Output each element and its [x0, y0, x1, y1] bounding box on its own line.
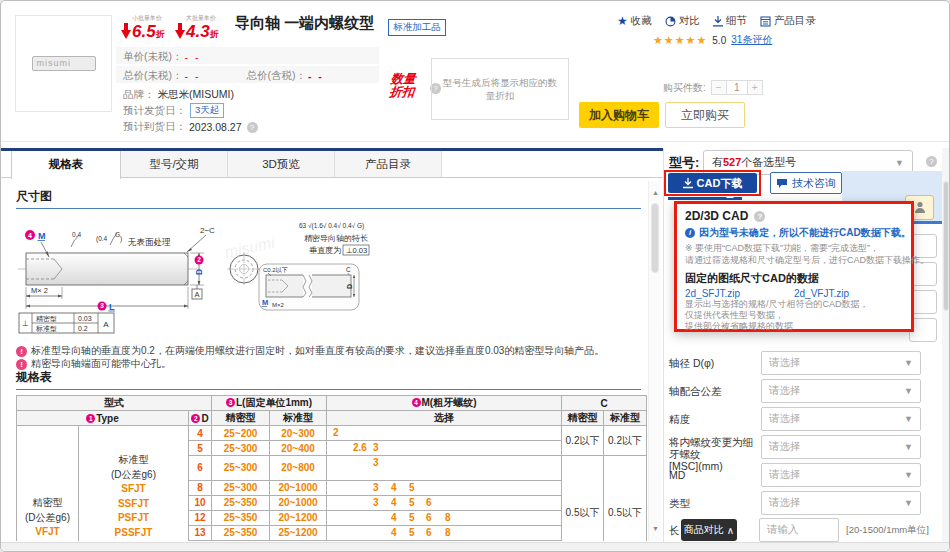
l-standard-cell: 20~300	[270, 426, 327, 441]
form-select-5[interactable]: 请选择▼	[761, 491, 921, 515]
rating-row: ★★★★★ 5.0 31条评价	[653, 33, 772, 47]
mx2-dim: M× 2	[31, 286, 48, 295]
l-standard-cell: 20~1000	[270, 495, 327, 510]
spec-table-head: 型式3L(固定单位1mm)4M(粗牙螺纹)C1Type2D精密型标准型选择精密型…	[17, 396, 647, 426]
left-panel-scrollbar[interactable]: ▲ ▼	[648, 181, 661, 541]
tab-3[interactable]: 产品目录	[335, 151, 442, 177]
quantity-discount-stamp: 数量折扣	[389, 73, 417, 99]
chevron-down-icon: ▼	[895, 158, 904, 168]
action-compare[interactable]: 对比	[665, 14, 700, 28]
dimension-section-title: 尺寸图	[16, 188, 52, 205]
discount-arrow-icon	[175, 23, 185, 41]
brand-row: 品牌：米思米(MISUMI)	[123, 88, 234, 102]
bottom-strip	[1, 542, 950, 552]
popup-bottom-note: 仅提供代表性型号数据，	[685, 310, 903, 321]
total-tax-value: - -	[308, 70, 324, 82]
help-icon[interactable]: ?	[754, 211, 765, 222]
feature-line2: 垂直度为	[309, 246, 341, 255]
chevron-down-icon: ▼	[904, 414, 913, 424]
qty-minus-button[interactable]: −	[711, 80, 727, 95]
l-label: L	[109, 302, 115, 312]
popup-note-1: ※ 要使用“CAD数据下载”功能，需要“完成选型”，	[685, 243, 903, 255]
tab-0[interactable]: 规格表	[11, 151, 121, 179]
l-precision-cell: 25~300	[212, 480, 270, 495]
help-icon[interactable]: ?	[926, 156, 937, 167]
action-detail[interactable]: 细节	[713, 14, 747, 28]
detail-c-label: C	[346, 266, 351, 273]
cad-zip-link[interactable]: 2d_VFJT.zip	[794, 288, 903, 299]
svg-text:精密型: 精密型	[36, 315, 57, 323]
form-label-3: 将内螺纹变更为细牙螺纹[MSC](mm)	[669, 436, 761, 472]
form-label-2: 精度	[669, 413, 761, 425]
popup-note-2: 请通过筛选规格和尺寸确定型号后，进行CAD数据下载操作。	[685, 255, 903, 267]
form-select-2[interactable]: 请选择▼	[761, 407, 921, 431]
l-standard-cell: 25~1200	[270, 525, 327, 540]
quote-hint-box: 型号生成后将显示相应的数量折扣	[431, 58, 569, 120]
popup-info-row: i 因为型号未确定，所以不能进行CAD数据下载。	[685, 226, 903, 240]
m-thread-cell: 3	[327, 456, 562, 481]
buy-now-button[interactable]: 立即购买	[665, 102, 745, 128]
m-thread-cell: 2.63	[327, 441, 562, 456]
reviews-link[interactable]: 31条评价	[731, 33, 772, 47]
mark-3: 3	[100, 302, 104, 309]
form-select-0[interactable]: 请选择▼	[761, 351, 921, 375]
qty-value[interactable]: 1	[727, 80, 747, 95]
action-favorite[interactable]: ★收藏	[617, 14, 652, 28]
l-precision-cell: 25~350	[212, 525, 270, 540]
type-group-cell: 精密型(D公差g6)VFJTVSFJT	[17, 426, 79, 542]
scrollbar-thumb[interactable]	[943, 181, 949, 311]
length-input[interactable]: 请输入	[759, 518, 839, 542]
roughness-1: 0.4	[72, 231, 81, 238]
chat-icon	[776, 178, 788, 189]
d-cell: 6	[189, 456, 212, 481]
l-standard-cell: 20~800	[270, 456, 327, 481]
panel-divider	[663, 148, 664, 542]
l-precision-cell: 25~200	[212, 426, 270, 441]
standard-product-badge: 标准加工品	[388, 19, 446, 36]
detail-c02-label: C0.2以下	[263, 267, 288, 273]
watermark: misumi	[37, 58, 72, 68]
col-l-header: 3L(固定单位1mm)	[212, 396, 327, 411]
product-thumbnail[interactable]: misumi	[15, 15, 112, 112]
m-thread-cell: 4568	[327, 525, 562, 540]
scroll-up-arrow[interactable]: ▲	[652, 189, 659, 196]
form-label-0: 轴径 D(φ)	[669, 357, 761, 369]
l-standard-cell: 20~1000	[270, 480, 327, 495]
cad-zip-link[interactable]: 2d_SFJT.zip	[685, 288, 794, 299]
spec-table-wrap: 型式3L(固定单位1mm)4M(粗牙螺纹)C1Type2D精密型标准型选择精密型…	[16, 395, 647, 541]
m-thread-cell: 2	[327, 426, 562, 441]
chamfer-label: 2−C	[200, 226, 215, 235]
product-compare-button[interactable]: 商品对比∧	[681, 519, 737, 541]
help-icon[interactable]: ?	[247, 122, 258, 133]
detail-mx2-label: M×2	[272, 302, 285, 308]
action-catalog[interactable]: 产品目录	[760, 14, 816, 28]
tab-1[interactable]: 型号/交期	[121, 151, 228, 177]
tech-support-button[interactable]: 技术咨询	[770, 172, 842, 194]
model-count: 527	[723, 156, 741, 168]
cad-popup: 2D/3D CAD ? i 因为型号未确定，所以不能进行CAD数据下载。 ※ 要…	[674, 201, 914, 332]
l-standard-cell: 20~400	[270, 441, 327, 456]
end-roughness: 63 √(1.6√ 0.4√ 0.4√ G)	[299, 222, 364, 230]
svg-text:0.03: 0.03	[78, 315, 92, 322]
form-select-1[interactable]: 请选择▼	[761, 379, 921, 403]
scroll-down-arrow[interactable]: ▼	[652, 525, 659, 532]
d-label: D	[194, 269, 204, 275]
scrollbar-thumb[interactable]	[651, 203, 659, 273]
add-to-cart-button[interactable]: 加入购物车	[579, 102, 659, 128]
c-standard-cell: 0.5以下	[604, 456, 647, 542]
star-rating-icons: ★★★★★	[653, 34, 707, 47]
window-scrollbar[interactable]	[942, 148, 950, 542]
d-cell: 10	[189, 495, 212, 510]
d-cell: 13	[189, 525, 212, 540]
widget-icon	[914, 201, 926, 214]
tab-2[interactable]: 3D预览	[228, 151, 335, 177]
tolerance-symbol: ⊥	[22, 319, 29, 328]
chevron-down-icon: ▼	[904, 498, 913, 508]
m-thread-cell: 4568	[327, 510, 562, 525]
form-select-4[interactable]: 请选择▼	[761, 463, 921, 487]
form-label-1: 轴配合公差	[669, 385, 761, 397]
form-select-3[interactable]: 请选择▼	[761, 435, 921, 459]
l-precision-cell: 25~300	[212, 456, 270, 481]
qty-plus-button[interactable]: +	[747, 80, 763, 95]
popup-anchor-bar	[668, 197, 742, 200]
